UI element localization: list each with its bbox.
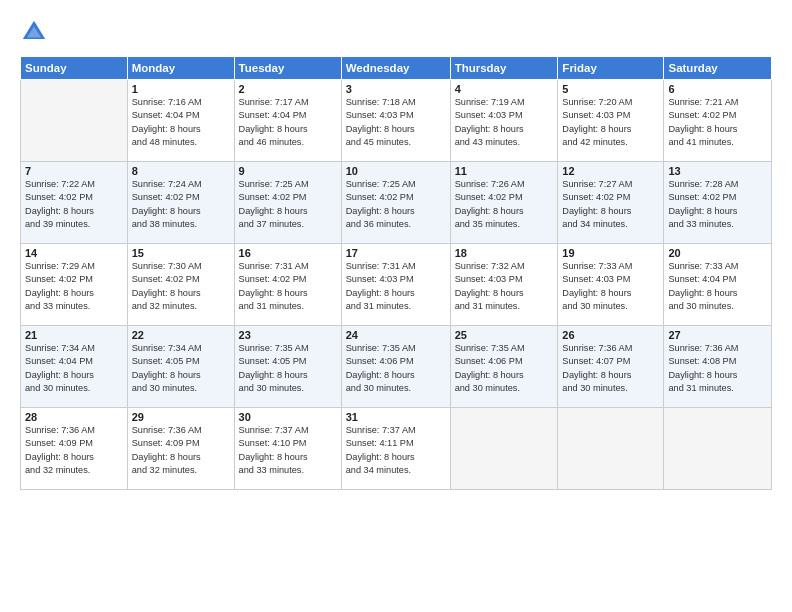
day-number: 28 [25,411,123,423]
day-number: 29 [132,411,230,423]
day-number: 23 [239,329,337,341]
day-info: Sunrise: 7:22 AMSunset: 4:02 PMDaylight:… [25,178,123,231]
day-number: 5 [562,83,659,95]
day-number: 2 [239,83,337,95]
calendar-cell: 22Sunrise: 7:34 AMSunset: 4:05 PMDayligh… [127,326,234,408]
weekday-header: Sunday [21,57,128,80]
calendar-cell: 25Sunrise: 7:35 AMSunset: 4:06 PMDayligh… [450,326,558,408]
day-info: Sunrise: 7:19 AMSunset: 4:03 PMDaylight:… [455,96,554,149]
day-number: 7 [25,165,123,177]
page: SundayMondayTuesdayWednesdayThursdayFrid… [0,0,792,612]
day-number: 13 [668,165,767,177]
calendar-cell [450,408,558,490]
day-number: 9 [239,165,337,177]
day-info: Sunrise: 7:31 AMSunset: 4:03 PMDaylight:… [346,260,446,313]
weekday-header: Monday [127,57,234,80]
calendar-cell: 3Sunrise: 7:18 AMSunset: 4:03 PMDaylight… [341,80,450,162]
day-info: Sunrise: 7:37 AMSunset: 4:10 PMDaylight:… [239,424,337,477]
day-number: 24 [346,329,446,341]
day-info: Sunrise: 7:36 AMSunset: 4:08 PMDaylight:… [668,342,767,395]
day-info: Sunrise: 7:32 AMSunset: 4:03 PMDaylight:… [455,260,554,313]
day-number: 26 [562,329,659,341]
day-number: 19 [562,247,659,259]
weekday-header-row: SundayMondayTuesdayWednesdayThursdayFrid… [21,57,772,80]
calendar-cell: 1Sunrise: 7:16 AMSunset: 4:04 PMDaylight… [127,80,234,162]
weekday-header: Wednesday [341,57,450,80]
day-info: Sunrise: 7:35 AMSunset: 4:06 PMDaylight:… [455,342,554,395]
calendar-cell [21,80,128,162]
day-info: Sunrise: 7:25 AMSunset: 4:02 PMDaylight:… [239,178,337,231]
calendar-week-row: 21Sunrise: 7:34 AMSunset: 4:04 PMDayligh… [21,326,772,408]
day-info: Sunrise: 7:30 AMSunset: 4:02 PMDaylight:… [132,260,230,313]
calendar-cell: 13Sunrise: 7:28 AMSunset: 4:02 PMDayligh… [664,162,772,244]
calendar-cell: 5Sunrise: 7:20 AMSunset: 4:03 PMDaylight… [558,80,664,162]
day-info: Sunrise: 7:17 AMSunset: 4:04 PMDaylight:… [239,96,337,149]
calendar-cell: 12Sunrise: 7:27 AMSunset: 4:02 PMDayligh… [558,162,664,244]
day-info: Sunrise: 7:21 AMSunset: 4:02 PMDaylight:… [668,96,767,149]
calendar-cell: 15Sunrise: 7:30 AMSunset: 4:02 PMDayligh… [127,244,234,326]
day-number: 4 [455,83,554,95]
calendar-cell: 26Sunrise: 7:36 AMSunset: 4:07 PMDayligh… [558,326,664,408]
day-number: 21 [25,329,123,341]
calendar-cell: 23Sunrise: 7:35 AMSunset: 4:05 PMDayligh… [234,326,341,408]
day-info: Sunrise: 7:35 AMSunset: 4:06 PMDaylight:… [346,342,446,395]
day-number: 11 [455,165,554,177]
day-number: 14 [25,247,123,259]
calendar-cell: 16Sunrise: 7:31 AMSunset: 4:02 PMDayligh… [234,244,341,326]
day-info: Sunrise: 7:33 AMSunset: 4:04 PMDaylight:… [668,260,767,313]
day-number: 22 [132,329,230,341]
weekday-header: Saturday [664,57,772,80]
calendar-cell: 9Sunrise: 7:25 AMSunset: 4:02 PMDaylight… [234,162,341,244]
calendar-cell: 28Sunrise: 7:36 AMSunset: 4:09 PMDayligh… [21,408,128,490]
day-number: 8 [132,165,230,177]
day-info: Sunrise: 7:36 AMSunset: 4:09 PMDaylight:… [25,424,123,477]
calendar-cell: 20Sunrise: 7:33 AMSunset: 4:04 PMDayligh… [664,244,772,326]
calendar-cell [558,408,664,490]
weekday-header: Friday [558,57,664,80]
calendar-cell: 29Sunrise: 7:36 AMSunset: 4:09 PMDayligh… [127,408,234,490]
day-number: 15 [132,247,230,259]
calendar-cell: 10Sunrise: 7:25 AMSunset: 4:02 PMDayligh… [341,162,450,244]
day-info: Sunrise: 7:28 AMSunset: 4:02 PMDaylight:… [668,178,767,231]
day-info: Sunrise: 7:24 AMSunset: 4:02 PMDaylight:… [132,178,230,231]
weekday-header: Thursday [450,57,558,80]
calendar-week-row: 1Sunrise: 7:16 AMSunset: 4:04 PMDaylight… [21,80,772,162]
day-number: 1 [132,83,230,95]
calendar-table: SundayMondayTuesdayWednesdayThursdayFrid… [20,56,772,490]
day-info: Sunrise: 7:25 AMSunset: 4:02 PMDaylight:… [346,178,446,231]
calendar-cell: 4Sunrise: 7:19 AMSunset: 4:03 PMDaylight… [450,80,558,162]
day-info: Sunrise: 7:27 AMSunset: 4:02 PMDaylight:… [562,178,659,231]
day-info: Sunrise: 7:35 AMSunset: 4:05 PMDaylight:… [239,342,337,395]
day-number: 27 [668,329,767,341]
calendar-cell: 31Sunrise: 7:37 AMSunset: 4:11 PMDayligh… [341,408,450,490]
calendar-cell: 17Sunrise: 7:31 AMSunset: 4:03 PMDayligh… [341,244,450,326]
day-info: Sunrise: 7:16 AMSunset: 4:04 PMDaylight:… [132,96,230,149]
day-info: Sunrise: 7:34 AMSunset: 4:04 PMDaylight:… [25,342,123,395]
logo [20,18,52,46]
day-info: Sunrise: 7:29 AMSunset: 4:02 PMDaylight:… [25,260,123,313]
day-info: Sunrise: 7:18 AMSunset: 4:03 PMDaylight:… [346,96,446,149]
calendar-cell: 21Sunrise: 7:34 AMSunset: 4:04 PMDayligh… [21,326,128,408]
day-number: 16 [239,247,337,259]
day-number: 3 [346,83,446,95]
day-info: Sunrise: 7:36 AMSunset: 4:09 PMDaylight:… [132,424,230,477]
calendar-cell: 19Sunrise: 7:33 AMSunset: 4:03 PMDayligh… [558,244,664,326]
calendar-cell [664,408,772,490]
calendar-week-row: 14Sunrise: 7:29 AMSunset: 4:02 PMDayligh… [21,244,772,326]
day-number: 10 [346,165,446,177]
day-info: Sunrise: 7:37 AMSunset: 4:11 PMDaylight:… [346,424,446,477]
day-info: Sunrise: 7:20 AMSunset: 4:03 PMDaylight:… [562,96,659,149]
weekday-header: Tuesday [234,57,341,80]
day-number: 6 [668,83,767,95]
day-number: 31 [346,411,446,423]
calendar-cell: 24Sunrise: 7:35 AMSunset: 4:06 PMDayligh… [341,326,450,408]
day-number: 18 [455,247,554,259]
calendar-cell: 8Sunrise: 7:24 AMSunset: 4:02 PMDaylight… [127,162,234,244]
calendar-week-row: 7Sunrise: 7:22 AMSunset: 4:02 PMDaylight… [21,162,772,244]
day-number: 30 [239,411,337,423]
day-info: Sunrise: 7:34 AMSunset: 4:05 PMDaylight:… [132,342,230,395]
logo-icon [20,18,48,46]
day-number: 17 [346,247,446,259]
day-info: Sunrise: 7:36 AMSunset: 4:07 PMDaylight:… [562,342,659,395]
calendar-cell: 11Sunrise: 7:26 AMSunset: 4:02 PMDayligh… [450,162,558,244]
